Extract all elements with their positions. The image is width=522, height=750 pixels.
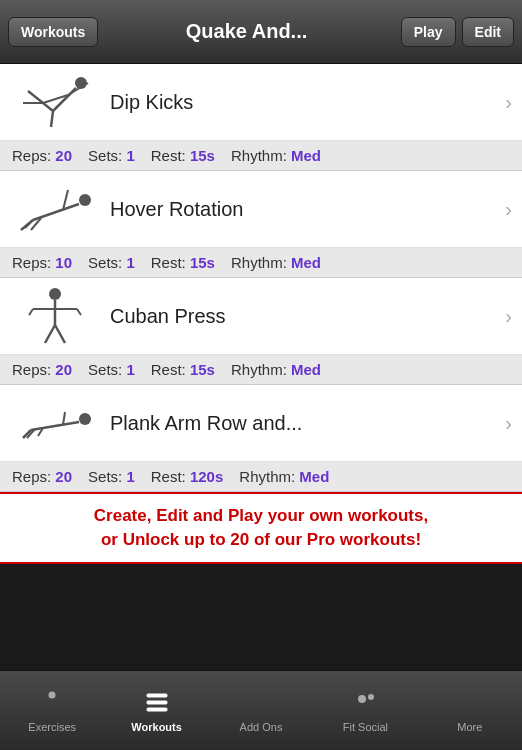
sets-stat: Sets: 1 [88,147,135,164]
reps-stat: Reps: 10 [12,254,72,271]
svg-point-37 [358,695,366,703]
tab-fitsocial[interactable]: Fit Social [313,671,417,750]
tab-label-fitsocial: Fit Social [343,721,388,733]
sets-stat: Sets: 1 [88,468,135,485]
rhythm-stat: Rhythm: Med [231,147,321,164]
svg-line-29 [47,708,52,715]
tab-workouts[interactable]: Workouts [104,671,208,750]
svg-point-34 [250,692,272,714]
svg-rect-39 [461,693,479,715]
exercise-name: Hover Rotation [110,198,501,221]
svg-rect-31 [147,694,167,697]
svg-line-18 [45,325,55,343]
svg-rect-33 [147,708,167,711]
exercise-stats: Reps: 20 Sets: 1 Rest: 120s Rhythm: Med [0,462,522,491]
chevron-icon: › [505,198,512,221]
svg-line-21 [31,422,79,430]
sets-stat: Sets: 1 [88,254,135,271]
tab-more[interactable]: More [418,671,522,750]
rest-stat: Rest: 120s [151,468,224,485]
reps-stat: Reps: 20 [12,147,72,164]
svg-point-20 [79,413,91,425]
chevron-icon: › [505,412,512,435]
svg-point-38 [368,694,374,700]
svg-line-19 [55,325,65,343]
sets-stat: Sets: 1 [88,361,135,378]
exercise-item[interactable]: Hover Rotation › Reps: 10 Sets: 1 Rest: … [0,171,522,278]
tab-label-more: More [457,721,482,733]
fitsocial-icon [350,689,380,717]
svg-point-26 [49,691,56,698]
tab-label-exercises: Exercises [28,721,76,733]
tab-addons[interactable]: Add Ons [209,671,313,750]
tab-exercises[interactable]: Exercises [0,671,104,750]
chevron-icon: › [505,305,512,328]
exercise-item[interactable]: Plank Arm Row and... › Reps: 20 Sets: 1 … [0,385,522,492]
rhythm-stat: Rhythm: Med [239,468,329,485]
promo-text: Create, Edit and Play your own workouts,… [14,504,508,552]
exercise-thumbnail [10,72,100,132]
exercise-row[interactable]: Dip Kicks › [0,64,522,141]
back-button[interactable]: Workouts [8,17,98,47]
exercise-thumbnail [10,286,100,346]
header-title: Quake And... [98,20,394,43]
svg-point-7 [79,194,91,206]
reps-stat: Reps: 20 [12,361,72,378]
exercise-item[interactable]: Cuban Press › Reps: 20 Sets: 1 Rest: 15s… [0,278,522,385]
header: Workouts Quake And... Play Edit [0,0,522,64]
play-button[interactable]: Play [401,17,456,47]
svg-line-22 [63,412,65,425]
exercise-stats: Reps: 20 Sets: 1 Rest: 15s Rhythm: Med [0,141,522,170]
rest-stat: Rest: 15s [151,254,215,271]
svg-line-16 [29,309,33,315]
svg-line-30 [52,708,57,715]
tab-label-workouts: Workouts [131,721,182,733]
svg-line-5 [51,111,53,127]
promo-line2: or Unlock up to 20 of our Pro workouts! [101,530,421,549]
more-icon [455,689,485,717]
exercise-name: Dip Kicks [110,91,501,114]
rhythm-stat: Rhythm: Med [231,254,321,271]
exercise-stats: Reps: 10 Sets: 1 Rest: 15s Rhythm: Med [0,248,522,277]
exercise-row[interactable]: Hover Rotation › [0,171,522,248]
reps-stat: Reps: 20 [12,468,72,485]
exercise-row[interactable]: Cuban Press › [0,278,522,355]
rest-stat: Rest: 15s [151,147,215,164]
svg-rect-32 [147,701,167,704]
rest-stat: Rest: 15s [151,361,215,378]
exercise-thumbnail [10,393,100,453]
chevron-icon: › [505,91,512,114]
exercise-thumbnail [10,179,100,239]
exercise-name: Cuban Press [110,305,501,328]
exercise-item[interactable]: Dip Kicks › Reps: 20 Sets: 1 Rest: 15s R… [0,64,522,171]
tab-bar: Exercises Workouts Add Ons Fit Social Mo… [0,670,522,750]
workouts-icon [142,689,172,717]
exercises-icon [37,689,67,717]
edit-button[interactable]: Edit [462,17,514,47]
exercise-list: Dip Kicks › Reps: 20 Sets: 1 Rest: 15s R… [0,64,522,492]
tab-label-addons: Add Ons [240,721,283,733]
promo-line1: Create, Edit and Play your own workouts, [94,506,428,525]
exercise-row[interactable]: Plank Arm Row and... › [0,385,522,462]
promo-banner: Create, Edit and Play your own workouts,… [0,492,522,564]
rhythm-stat: Rhythm: Med [231,361,321,378]
svg-line-8 [33,204,79,220]
exercise-stats: Reps: 20 Sets: 1 Rest: 15s Rhythm: Med [0,355,522,384]
addons-icon [246,689,276,717]
svg-line-17 [77,309,81,315]
svg-point-13 [49,288,61,300]
exercise-name: Plank Arm Row and... [110,412,501,435]
